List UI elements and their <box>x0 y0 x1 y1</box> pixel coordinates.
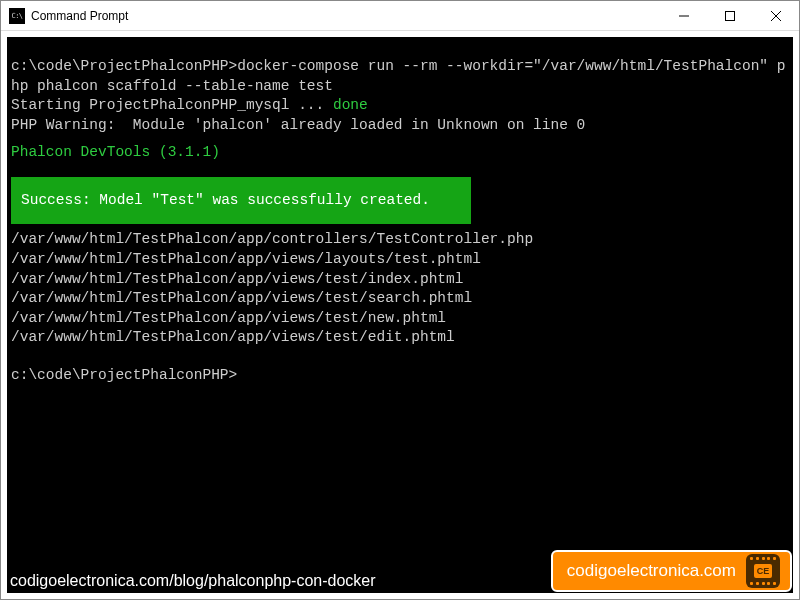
close-button[interactable] <box>753 1 799 31</box>
window-title: Command Prompt <box>31 9 128 23</box>
maximize-button[interactable] <box>707 1 753 31</box>
starting-line: Starting ProjectPhalconPHP_mysql ... don… <box>11 96 789 116</box>
warning-line: PHP Warning: Module 'phalcon' already lo… <box>11 116 789 136</box>
file-path: /var/www/html/TestPhalcon/app/views/test… <box>11 328 789 348</box>
starting-prefix: Starting ProjectPhalconPHP_mysql ... <box>11 97 333 113</box>
success-banner: Success: Model "Test" was successfully c… <box>11 177 471 225</box>
command-prompt-window: C:\ Command Prompt c:\code\ProjectPhalco… <box>0 0 800 600</box>
watermark-site: codigoelectronica.com <box>567 561 736 581</box>
cmd-icon: C:\ <box>9 8 25 24</box>
terminal-area[interactable]: c:\code\ProjectPhalconPHP>docker-compose… <box>7 37 793 593</box>
svg-rect-1 <box>726 11 735 20</box>
watermark-badge: codigoelectronica.com CE <box>551 550 792 592</box>
prompt-line-2: c:\code\ProjectPhalconPHP> <box>11 366 789 386</box>
prompt-line-1: c:\code\ProjectPhalconPHP>docker-compose… <box>11 57 789 96</box>
titlebar[interactable]: C:\ Command Prompt <box>1 1 799 31</box>
file-path: /var/www/html/TestPhalcon/app/controller… <box>11 230 789 250</box>
chip-icon: CE <box>746 554 780 588</box>
devtools-line: Phalcon DevTools (3.1.1) <box>11 143 789 163</box>
chip-text: CE <box>754 564 772 578</box>
starting-status: done <box>333 97 368 113</box>
file-path: /var/www/html/TestPhalcon/app/views/layo… <box>11 250 789 270</box>
minimize-button[interactable] <box>661 1 707 31</box>
file-path: /var/www/html/TestPhalcon/app/views/test… <box>11 309 789 329</box>
watermark-url: codigoelectronica.com/blog/phalconphp-co… <box>10 572 376 590</box>
file-path: /var/www/html/TestPhalcon/app/views/test… <box>11 289 789 309</box>
file-path: /var/www/html/TestPhalcon/app/views/test… <box>11 270 789 290</box>
prompt-path: c:\code\ProjectPhalconPHP> <box>11 58 237 74</box>
